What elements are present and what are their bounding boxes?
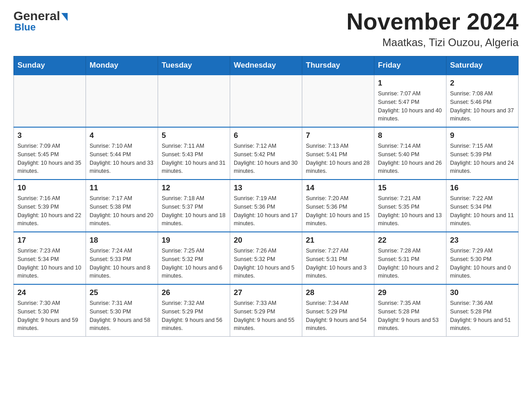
calendar-cell (14, 75, 86, 127)
day-info: Sunrise: 7:25 AMSunset: 5:32 PMDaylight:… (162, 247, 226, 280)
calendar-cell: 3Sunrise: 7:09 AMSunset: 5:45 PMDaylight… (14, 127, 86, 180)
day-number: 27 (234, 288, 298, 297)
day-info: Sunrise: 7:19 AMSunset: 5:36 PMDaylight:… (234, 194, 298, 228)
weekday-header-monday: Monday (86, 56, 158, 75)
day-number: 30 (450, 288, 515, 297)
calendar-cell: 16Sunrise: 7:22 AMSunset: 5:34 PMDayligh… (446, 180, 519, 232)
calendar-cell: 13Sunrise: 7:19 AMSunset: 5:36 PMDayligh… (230, 180, 302, 232)
calendar-cell: 20Sunrise: 7:26 AMSunset: 5:32 PMDayligh… (230, 232, 302, 284)
day-number: 18 (90, 236, 154, 245)
day-info: Sunrise: 7:36 AMSunset: 5:28 PMDaylight:… (450, 299, 515, 333)
calendar-cell: 7Sunrise: 7:13 AMSunset: 5:41 PMDaylight… (302, 127, 374, 180)
day-info: Sunrise: 7:28 AMSunset: 5:31 PMDaylight:… (378, 247, 442, 280)
title-block: November 2024 Maatkas, Tizi Ouzou, Alger… (347, 9, 519, 49)
day-info: Sunrise: 7:12 AMSunset: 5:42 PMDaylight:… (234, 142, 298, 176)
calendar-table: SundayMondayTuesdayWednesdayThursdayFrid… (13, 56, 519, 337)
calendar-week-3: 10Sunrise: 7:16 AMSunset: 5:39 PMDayligh… (14, 180, 519, 232)
calendar-header-row: SundayMondayTuesdayWednesdayThursdayFrid… (14, 56, 519, 75)
day-info: Sunrise: 7:23 AMSunset: 5:34 PMDaylight:… (17, 247, 82, 280)
day-number: 1 (378, 79, 442, 88)
calendar-subtitle: Maatkas, Tizi Ouzou, Algeria (347, 36, 519, 49)
calendar-cell: 12Sunrise: 7:18 AMSunset: 5:37 PMDayligh… (158, 180, 230, 232)
calendar-cell: 25Sunrise: 7:31 AMSunset: 5:30 PMDayligh… (86, 284, 158, 337)
calendar-cell: 2Sunrise: 7:08 AMSunset: 5:46 PMDaylight… (446, 75, 519, 127)
calendar-cell: 27Sunrise: 7:33 AMSunset: 5:29 PMDayligh… (230, 284, 302, 337)
logo: General Blue (13, 9, 68, 33)
weekday-header-thursday: Thursday (302, 56, 374, 75)
day-number: 4 (90, 131, 154, 140)
day-number: 19 (162, 236, 226, 245)
day-number: 29 (378, 288, 442, 297)
calendar-cell: 15Sunrise: 7:21 AMSunset: 5:35 PMDayligh… (374, 180, 446, 232)
calendar-cell (86, 75, 158, 127)
calendar-week-4: 17Sunrise: 7:23 AMSunset: 5:34 PMDayligh… (14, 232, 519, 284)
calendar-title: November 2024 (347, 9, 519, 34)
calendar-week-5: 24Sunrise: 7:30 AMSunset: 5:30 PMDayligh… (14, 284, 519, 337)
day-info: Sunrise: 7:20 AMSunset: 5:36 PMDaylight:… (306, 194, 370, 228)
day-number: 11 (90, 184, 154, 193)
day-number: 14 (306, 184, 370, 193)
day-info: Sunrise: 7:22 AMSunset: 5:34 PMDaylight:… (450, 194, 515, 228)
calendar-cell: 23Sunrise: 7:29 AMSunset: 5:30 PMDayligh… (446, 232, 519, 284)
day-number: 7 (306, 131, 370, 140)
day-number: 24 (17, 288, 82, 297)
day-info: Sunrise: 7:16 AMSunset: 5:39 PMDaylight:… (17, 194, 82, 228)
day-info: Sunrise: 7:21 AMSunset: 5:35 PMDaylight:… (378, 194, 442, 228)
calendar-cell: 26Sunrise: 7:32 AMSunset: 5:29 PMDayligh… (158, 284, 230, 337)
page-header: General Blue November 2024 Maatkas, Tizi… (13, 9, 519, 49)
calendar-cell: 24Sunrise: 7:30 AMSunset: 5:30 PMDayligh… (14, 284, 86, 337)
day-info: Sunrise: 7:29 AMSunset: 5:30 PMDaylight:… (450, 247, 515, 280)
day-number: 2 (450, 79, 515, 88)
day-number: 6 (234, 131, 298, 140)
day-number: 23 (450, 236, 515, 245)
day-info: Sunrise: 7:30 AMSunset: 5:30 PMDaylight:… (17, 299, 82, 333)
day-number: 8 (378, 131, 442, 140)
calendar-cell: 10Sunrise: 7:16 AMSunset: 5:39 PMDayligh… (14, 180, 86, 232)
day-info: Sunrise: 7:33 AMSunset: 5:29 PMDaylight:… (234, 299, 298, 333)
calendar-cell: 30Sunrise: 7:36 AMSunset: 5:28 PMDayligh… (446, 284, 519, 337)
calendar-cell: 29Sunrise: 7:35 AMSunset: 5:28 PMDayligh… (374, 284, 446, 337)
day-number: 10 (17, 184, 82, 193)
calendar-cell: 21Sunrise: 7:27 AMSunset: 5:31 PMDayligh… (302, 232, 374, 284)
calendar-cell: 1Sunrise: 7:07 AMSunset: 5:47 PMDaylight… (374, 75, 446, 127)
calendar-cell: 28Sunrise: 7:34 AMSunset: 5:29 PMDayligh… (302, 284, 374, 337)
calendar-cell: 17Sunrise: 7:23 AMSunset: 5:34 PMDayligh… (14, 232, 86, 284)
day-info: Sunrise: 7:26 AMSunset: 5:32 PMDaylight:… (234, 247, 298, 280)
day-number: 9 (450, 131, 515, 140)
calendar-cell (230, 75, 302, 127)
logo-sub-text: Blue (13, 21, 36, 33)
day-number: 26 (162, 288, 226, 297)
weekday-header-friday: Friday (374, 56, 446, 75)
day-number: 13 (234, 184, 298, 193)
calendar-cell: 6Sunrise: 7:12 AMSunset: 5:42 PMDaylight… (230, 127, 302, 180)
day-info: Sunrise: 7:17 AMSunset: 5:38 PMDaylight:… (90, 194, 154, 228)
day-number: 3 (17, 131, 82, 140)
day-number: 22 (378, 236, 442, 245)
day-info: Sunrise: 7:07 AMSunset: 5:47 PMDaylight:… (378, 90, 442, 123)
day-info: Sunrise: 7:31 AMSunset: 5:30 PMDaylight:… (90, 299, 154, 333)
calendar-cell: 11Sunrise: 7:17 AMSunset: 5:38 PMDayligh… (86, 180, 158, 232)
day-number: 28 (306, 288, 370, 297)
calendar-cell: 4Sunrise: 7:10 AMSunset: 5:44 PMDaylight… (86, 127, 158, 180)
calendar-cell (302, 75, 374, 127)
day-number: 17 (17, 236, 82, 245)
calendar-cell: 8Sunrise: 7:14 AMSunset: 5:40 PMDaylight… (374, 127, 446, 180)
calendar-cell: 5Sunrise: 7:11 AMSunset: 5:43 PMDaylight… (158, 127, 230, 180)
calendar-week-2: 3Sunrise: 7:09 AMSunset: 5:45 PMDaylight… (14, 127, 519, 180)
calendar-week-1: 1Sunrise: 7:07 AMSunset: 5:47 PMDaylight… (14, 75, 519, 127)
day-info: Sunrise: 7:34 AMSunset: 5:29 PMDaylight:… (306, 299, 370, 333)
day-number: 25 (90, 288, 154, 297)
day-info: Sunrise: 7:13 AMSunset: 5:41 PMDaylight:… (306, 142, 370, 176)
day-number: 5 (162, 131, 226, 140)
day-info: Sunrise: 7:08 AMSunset: 5:46 PMDaylight:… (450, 90, 515, 123)
day-info: Sunrise: 7:35 AMSunset: 5:28 PMDaylight:… (378, 299, 442, 333)
calendar-cell: 9Sunrise: 7:15 AMSunset: 5:39 PMDaylight… (446, 127, 519, 180)
day-info: Sunrise: 7:14 AMSunset: 5:40 PMDaylight:… (378, 142, 442, 176)
day-number: 15 (378, 184, 442, 193)
day-number: 20 (234, 236, 298, 245)
weekday-header-tuesday: Tuesday (158, 56, 230, 75)
calendar-cell: 18Sunrise: 7:24 AMSunset: 5:33 PMDayligh… (86, 232, 158, 284)
day-info: Sunrise: 7:32 AMSunset: 5:29 PMDaylight:… (162, 299, 226, 333)
day-info: Sunrise: 7:10 AMSunset: 5:44 PMDaylight:… (90, 142, 154, 176)
day-info: Sunrise: 7:09 AMSunset: 5:45 PMDaylight:… (17, 142, 82, 176)
